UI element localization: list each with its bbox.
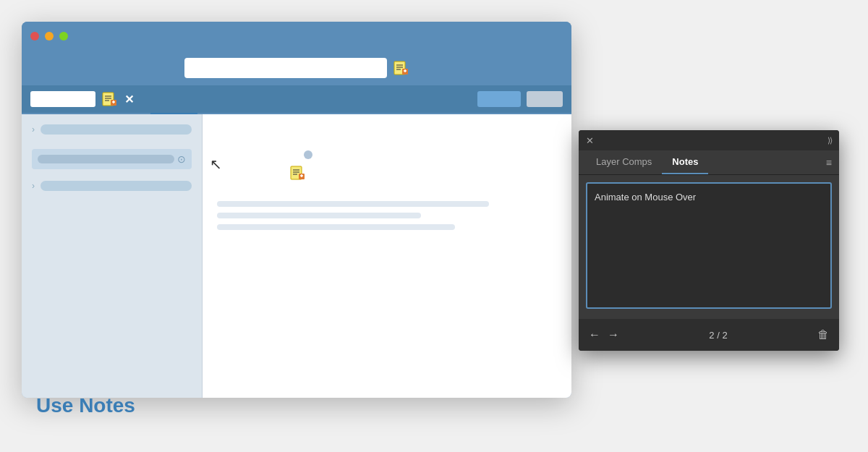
toolbar-gray-btn <box>527 91 563 107</box>
content-line-1 <box>217 201 489 207</box>
sidebar-pill-1 <box>41 124 192 135</box>
page-counter: 2 / 2 <box>709 330 727 341</box>
panel-close-button[interactable]: ✕ <box>586 135 594 146</box>
chevron-icon-1: › <box>32 124 35 135</box>
main-search-bar[interactable] <box>184 58 387 78</box>
sidebar-row-1: › <box>32 124 192 135</box>
dot-circle <box>304 150 312 159</box>
next-note-button[interactable]: → <box>608 328 619 341</box>
toolbar <box>22 51 571 85</box>
sidebar-row-2: › <box>32 181 192 191</box>
panel-tabs: Layer Comps Notes ≡ <box>579 150 839 175</box>
page-separator: / <box>717 330 720 341</box>
use-notes-label: Use Notes <box>36 394 135 417</box>
panel-body <box>579 175 839 319</box>
content-line-3 <box>217 224 455 230</box>
sidebar-pill-2 <box>41 181 192 191</box>
secondary-toolbar: ✕ <box>22 85 571 113</box>
search-box-pill <box>38 155 174 163</box>
toolbar-white-btn <box>30 91 95 107</box>
note-icon-toolbar-top[interactable] <box>393 60 409 76</box>
chevron-icon-2: › <box>32 181 35 191</box>
notes-textarea[interactable] <box>586 182 832 309</box>
panel: ✕ ⟩⟩ Layer Comps Notes ≡ ← → 2 / 2 🗑 <box>579 130 839 351</box>
maximize-button[interactable] <box>59 32 68 40</box>
content-line-2 <box>217 213 421 218</box>
minimize-button[interactable] <box>45 32 54 40</box>
title-bar <box>22 22 571 51</box>
tab-layer-comps[interactable]: Layer Comps <box>586 150 662 174</box>
page-total: 2 <box>722 330 727 341</box>
sidebar: › ⊙ › <box>22 114 203 398</box>
close-button[interactable] <box>30 32 39 40</box>
panel-titlebar: ✕ ⟩⟩ <box>579 130 839 150</box>
page-current: 2 <box>709 330 714 341</box>
delete-note-button[interactable]: 🗑 <box>817 328 829 341</box>
prev-note-button[interactable]: ← <box>589 328 600 341</box>
panel-menu-icon[interactable]: ≡ <box>826 150 832 174</box>
search-box[interactable]: ⊙ <box>32 149 192 169</box>
app-window: ✕ › ⊙ › <box>22 22 571 398</box>
panel-footer: ← → 2 / 2 🗑 <box>579 319 839 351</box>
tab-notes[interactable]: Notes <box>662 150 708 174</box>
close-x-icon[interactable]: ✕ <box>124 93 134 106</box>
main-content <box>203 114 571 398</box>
search-icon[interactable]: ⊙ <box>177 153 186 165</box>
panel-collapse-button[interactable]: ⟩⟩ <box>827 136 832 145</box>
note-icon-content[interactable] <box>289 165 305 184</box>
search-bar-container <box>184 58 409 78</box>
content-area: › ⊙ › <box>22 114 571 398</box>
note-icon-secondary[interactable] <box>101 91 117 107</box>
toolbar-blue-btn <box>477 91 521 107</box>
